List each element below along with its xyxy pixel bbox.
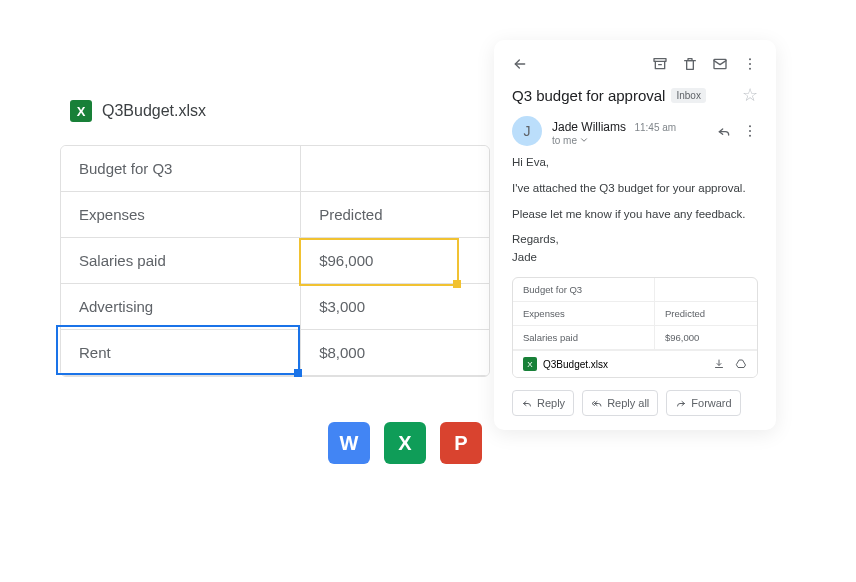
- table-row[interactable]: Advertising $3,000: [61, 284, 489, 330]
- reply-icon[interactable]: [716, 123, 732, 139]
- cell[interactable]: $3,000: [301, 284, 489, 330]
- excel-app-icon[interactable]: X: [384, 422, 426, 464]
- cell[interactable]: Budget for Q3: [61, 146, 301, 192]
- back-icon[interactable]: [512, 56, 528, 72]
- table-row[interactable]: Expenses Predicted: [61, 192, 489, 238]
- app-icons-row: W X P: [328, 422, 482, 464]
- cell[interactable]: $8,000: [301, 330, 489, 376]
- download-icon[interactable]: [713, 358, 725, 370]
- chevron-down-icon[interactable]: [579, 135, 589, 145]
- powerpoint-icon[interactable]: P: [440, 422, 482, 464]
- cell[interactable]: Expenses: [61, 192, 301, 238]
- delete-icon[interactable]: [682, 56, 698, 72]
- attachment-preview[interactable]: Budget for Q3 ExpensesPredicted Salaries…: [512, 277, 758, 378]
- cell[interactable]: Advertising: [61, 284, 301, 330]
- excel-icon: X: [523, 357, 537, 371]
- sender-name: Jade Williams: [552, 120, 626, 134]
- cell[interactable]: Salaries paid: [61, 238, 301, 284]
- more-icon[interactable]: [742, 56, 758, 72]
- email-subject: Q3 budget for approval Inbox: [512, 87, 706, 104]
- attachment-filename: Q3Budget.xlsx: [543, 359, 608, 370]
- email-body: Hi Eva, I've attached the Q3 budget for …: [512, 154, 758, 267]
- email-card: Q3 budget for approval Inbox ☆ J Jade Wi…: [494, 40, 776, 430]
- sent-time: 11:45 am: [634, 122, 676, 133]
- reply-all-button[interactable]: Reply all: [582, 390, 658, 416]
- excel-icon: X: [70, 100, 92, 122]
- avatar: J: [512, 116, 542, 146]
- archive-icon[interactable]: [652, 56, 668, 72]
- svg-point-5: [749, 125, 751, 127]
- table-row[interactable]: Salaries paid $96,000: [61, 238, 489, 284]
- table-row[interactable]: Budget for Q3: [61, 146, 489, 192]
- star-icon[interactable]: ☆: [742, 84, 758, 106]
- file-name: Q3Budget.xlsx: [102, 102, 206, 120]
- table-row[interactable]: Rent $8,000: [61, 330, 489, 376]
- forward-button[interactable]: Forward: [666, 390, 740, 416]
- save-drive-icon[interactable]: [735, 358, 747, 370]
- inbox-label[interactable]: Inbox: [671, 88, 705, 103]
- word-icon[interactable]: W: [328, 422, 370, 464]
- more-sender-icon[interactable]: [742, 123, 758, 139]
- svg-point-6: [749, 130, 751, 132]
- email-toolbar: [512, 56, 758, 72]
- spreadsheet[interactable]: Budget for Q3 Expenses Predicted Salarie…: [60, 145, 490, 377]
- cell[interactable]: $96,000: [301, 238, 489, 284]
- svg-point-2: [749, 58, 751, 60]
- cell[interactable]: Predicted: [301, 192, 489, 238]
- recipient-line[interactable]: to me: [552, 135, 706, 146]
- svg-point-4: [749, 68, 751, 70]
- file-header: X Q3Budget.xlsx: [70, 100, 206, 122]
- svg-point-7: [749, 135, 751, 137]
- cell[interactable]: Rent: [61, 330, 301, 376]
- reply-button[interactable]: Reply: [512, 390, 574, 416]
- svg-point-3: [749, 63, 751, 65]
- cell[interactable]: [301, 146, 489, 192]
- mail-icon[interactable]: [712, 56, 728, 72]
